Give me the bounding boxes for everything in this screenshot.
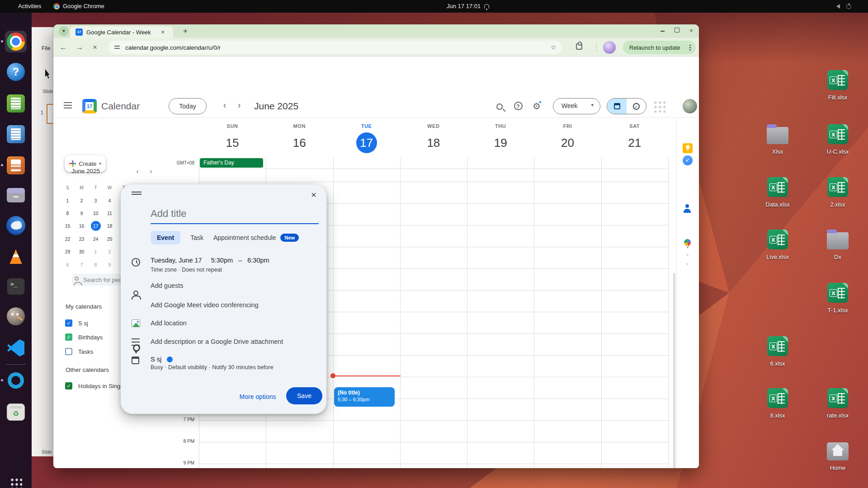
day-header[interactable]: FRI20	[534, 123, 601, 153]
mini-day[interactable]: 4	[103, 194, 117, 206]
stop-loading-icon[interactable]: ×	[89, 42, 101, 53]
main-menu-icon[interactable]	[61, 100, 74, 113]
dock-terminal-icon[interactable]: >_	[5, 276, 27, 297]
activities-button[interactable]: Activities	[13, 0, 47, 13]
checkbox-checked[interactable]: ✓	[65, 333, 72, 341]
mini-next-icon[interactable]: ›	[146, 166, 156, 176]
site-info-icon[interactable]	[114, 45, 120, 50]
day-number[interactable]: 18	[400, 132, 467, 153]
checkbox-checked[interactable]: ✓	[65, 319, 72, 327]
desktop-icon-2-xlsx[interactable]: x2.xlsx	[813, 177, 863, 208]
dock-gimp-icon[interactable]	[5, 305, 27, 327]
mini-day[interactable]: 17	[89, 220, 103, 232]
checkbox-unchecked[interactable]	[65, 348, 72, 355]
dock-libreoffice-impress-icon[interactable]	[5, 155, 27, 176]
desktop-icon-fill-xlsx[interactable]: xFill.xlsx	[813, 70, 863, 101]
dock-vscode-icon[interactable]	[5, 337, 27, 359]
prev-week-icon[interactable]: ‹	[219, 99, 231, 111]
contacts-icon[interactable]	[683, 204, 693, 214]
mini-day[interactable]: 1	[89, 245, 103, 258]
add-meet-row[interactable]: Add Google Meet video conferencing	[151, 301, 259, 309]
bookmark-star-icon[interactable]: ☆	[551, 43, 557, 52]
impress-file-menu[interactable]: File	[42, 45, 50, 52]
desktop-icon-dx[interactable]: Dx	[813, 230, 863, 260]
mini-day[interactable]: 3	[89, 194, 103, 206]
day-header[interactable]: THU19	[467, 123, 534, 153]
forward-button[interactable]: →	[73, 42, 86, 53]
account-avatar[interactable]	[683, 99, 697, 113]
calendar-list-item[interactable]: ✓ Birthdays	[65, 332, 103, 343]
day-number[interactable]: 15	[199, 132, 266, 153]
mini-day[interactable]: 29	[61, 245, 75, 258]
mini-day[interactable]: 2	[103, 245, 117, 258]
add-location-row[interactable]: Add location	[151, 319, 187, 327]
desktop-icon-data-xlsx[interactable]: xData.xlsx	[753, 177, 802, 208]
keep-icon[interactable]	[683, 143, 693, 153]
dock-help-icon[interactable]: ?	[5, 61, 27, 83]
add-guests-row[interactable]: Add guests	[151, 282, 184, 289]
dock-vlc-icon[interactable]	[5, 246, 27, 267]
dock-thunderbird-icon[interactable]	[5, 215, 27, 236]
grid-scrollbar[interactable]	[673, 273, 675, 468]
mini-day[interactable]: 24	[89, 233, 103, 245]
mini-day[interactable]: 6	[61, 258, 75, 271]
mini-day[interactable]: 2	[75, 194, 89, 206]
clock-menu[interactable]: Jun 17 17:01	[447, 0, 489, 13]
close-window-button[interactable]: ×	[687, 27, 695, 35]
save-button[interactable]: Save	[286, 387, 322, 404]
dock-chrome-icon[interactable]	[5, 31, 27, 52]
mini-day[interactable]: 9	[75, 207, 89, 220]
impress-slide-thumbnail[interactable]	[47, 104, 53, 124]
help-icon[interactable]: ?	[512, 100, 524, 113]
tab-search-chevron-icon[interactable]: ▾	[59, 26, 69, 36]
day-header[interactable]: SUN15	[199, 123, 266, 153]
calendar-view-toggle[interactable]	[607, 99, 627, 114]
mini-day[interactable]: 11	[103, 207, 117, 220]
mini-day[interactable]: 10	[89, 207, 103, 220]
impress-window-strip[interactable]: File Slides 1 Slide	[32, 27, 53, 456]
tab-appointment-schedule[interactable]: Appointment schedule	[213, 234, 276, 241]
address-bar[interactable]: calendar.google.com/calendar/u/0/r ☆	[108, 41, 562, 54]
day-header[interactable]: WED18	[400, 123, 467, 153]
all-day-event-chip[interactable]: Father's Day	[200, 158, 263, 168]
today-button[interactable]: Today	[169, 98, 207, 114]
dock-files-icon[interactable]	[5, 184, 27, 206]
maximize-button[interactable]	[673, 27, 681, 35]
dock-libreoffice-writer-icon[interactable]	[5, 123, 27, 145]
desktop-icon-home[interactable]: Home	[813, 441, 863, 471]
tasks-icon[interactable]: ✓	[683, 155, 693, 165]
mini-day[interactable]: 15	[61, 220, 75, 232]
relaunch-to-update-button[interactable]: Relaunch to update	[623, 41, 696, 54]
mini-prev-icon[interactable]: ‹	[132, 166, 142, 176]
mini-day[interactable]: 8	[61, 207, 75, 220]
desktop-icon-rate-xlsx[interactable]: xrate.xlsx	[813, 388, 863, 419]
view-selector-dropdown[interactable]: Week ▾	[553, 98, 600, 114]
end-time[interactable]: 6:30pm	[247, 257, 269, 264]
desktop-icon-6-xlsx[interactable]: x6.xlsx	[753, 336, 802, 367]
next-week-icon[interactable]: ›	[233, 99, 245, 111]
maps-icon[interactable]	[683, 239, 693, 249]
checkbox-checked[interactable]: ✓	[65, 382, 72, 389]
mini-day[interactable]: 16	[75, 220, 89, 232]
mini-day[interactable]: 1	[61, 194, 75, 206]
extensions-icon[interactable]	[576, 43, 582, 50]
timezone-recurrence-label[interactable]: Time zone · Does not repeat	[151, 267, 222, 273]
day-header[interactable]: TUE17	[333, 123, 400, 153]
show-apps-icon[interactable]	[5, 473, 27, 488]
mini-day[interactable]: 8	[89, 258, 103, 271]
day-number[interactable]: 16	[266, 132, 333, 153]
calendar-list-item[interactable]: ✓ S sj	[65, 318, 88, 328]
desktop-icon-xlsx[interactable]: Xlsx	[753, 124, 802, 155]
day-number[interactable]: 20	[534, 132, 601, 153]
mini-day[interactable]: 22	[61, 233, 75, 245]
tab-event[interactable]: Event	[151, 231, 180, 244]
dock-software-updater-icon[interactable]	[5, 370, 27, 391]
desktop-icon-t-1-xlsx[interactable]: xT-1.xlsx	[813, 283, 863, 314]
selected-calendar-name[interactable]: S sj	[151, 356, 161, 363]
more-options-button[interactable]: More options	[233, 390, 283, 404]
minimize-button[interactable]	[658, 27, 666, 35]
drag-handle-icon[interactable]	[132, 192, 142, 195]
mini-day[interactable]: 18	[103, 220, 117, 232]
day-header[interactable]: MON16	[266, 123, 333, 153]
day-header[interactable]: SAT21	[601, 123, 668, 153]
